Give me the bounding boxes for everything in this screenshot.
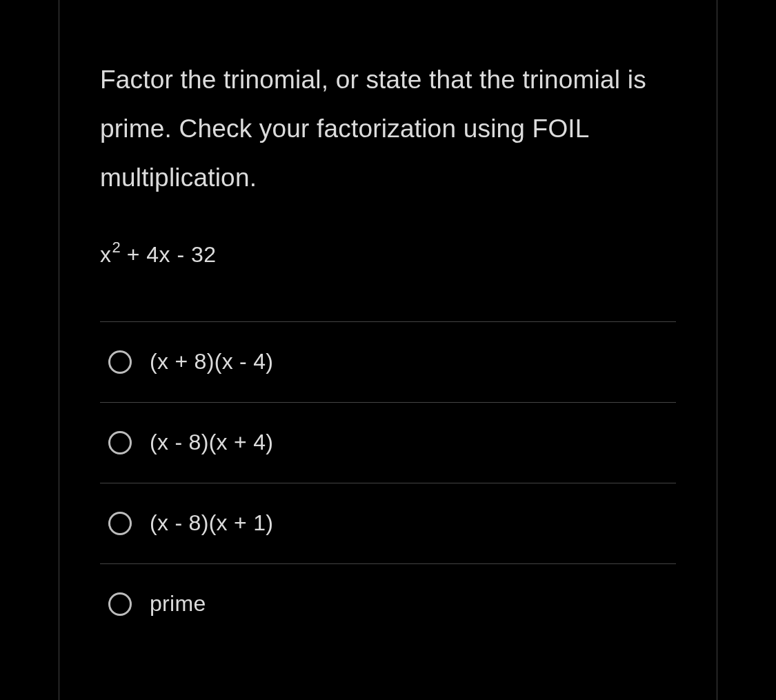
expr-rest: + 4x - 32 <box>120 242 216 267</box>
radio-icon <box>108 431 132 454</box>
radio-icon <box>108 350 132 374</box>
option-label: prime <box>150 591 206 617</box>
radio-icon <box>108 512 132 535</box>
option-label: (x - 8)(x + 1) <box>150 510 273 536</box>
question-content: Factor the trinomial, or state that the … <box>100 55 676 644</box>
answer-options: (x + 8)(x - 4) (x - 8)(x + 4) (x - 8)(x … <box>100 321 676 644</box>
question-prompt: Factor the trinomial, or state that the … <box>100 55 676 202</box>
answer-option-4[interactable]: prime <box>100 563 676 644</box>
option-label: (x - 8)(x + 4) <box>150 430 273 455</box>
expr-base: x <box>100 242 112 267</box>
answer-option-3[interactable]: (x - 8)(x + 1) <box>100 483 676 563</box>
question-expression: x2 + 4x - 32 <box>100 240 676 268</box>
radio-icon <box>108 592 132 616</box>
answer-option-1[interactable]: (x + 8)(x - 4) <box>100 321 676 402</box>
option-label: (x + 8)(x - 4) <box>150 349 273 374</box>
answer-option-2[interactable]: (x - 8)(x + 4) <box>100 402 676 483</box>
expr-exponent: 2 <box>112 239 121 256</box>
